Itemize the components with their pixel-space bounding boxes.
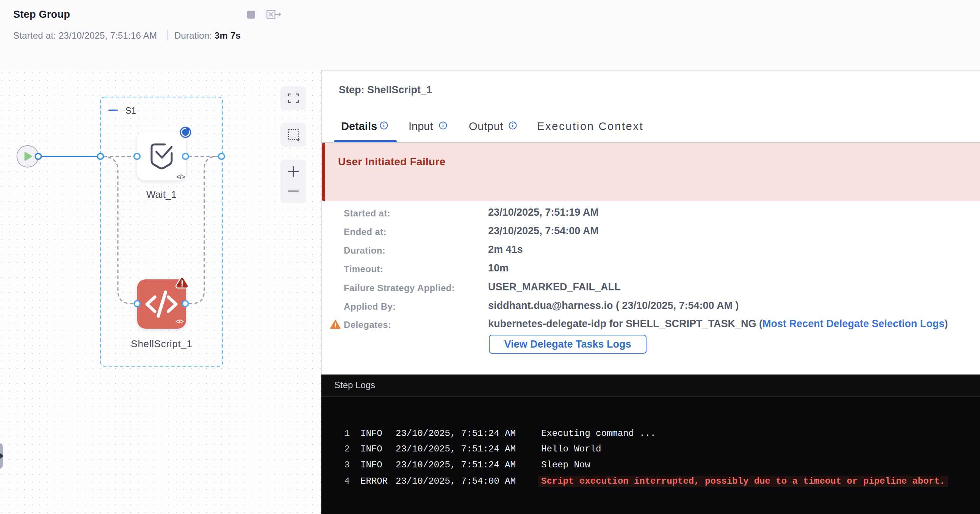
svg-text:ShellScript_1: ShellScript_1 <box>131 338 192 350</box>
svg-text:</>: </> <box>175 318 184 325</box>
svg-text:Wait_1: Wait_1 <box>146 189 177 200</box>
svg-text:</>: </> <box>176 173 185 180</box>
svg-text:S1: S1 <box>126 106 136 116</box>
